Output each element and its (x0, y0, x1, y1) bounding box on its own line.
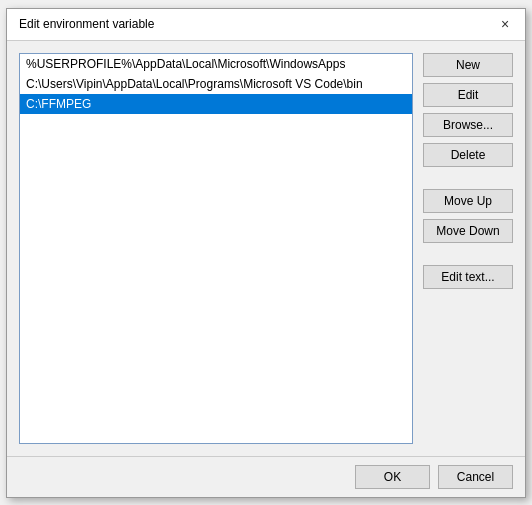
spacer1 (423, 173, 513, 183)
ok-button[interactable]: OK (355, 465, 430, 489)
env-var-list[interactable]: %USERPROFILE%\AppData\Local\Microsoft\Wi… (19, 53, 413, 444)
dialog-content: %USERPROFILE%\AppData\Local\Microsoft\Wi… (7, 41, 525, 456)
new-button[interactable]: New (423, 53, 513, 77)
dialog-footer: OK Cancel (7, 456, 525, 497)
cancel-button[interactable]: Cancel (438, 465, 513, 489)
list-item[interactable]: %USERPROFILE%\AppData\Local\Microsoft\Wi… (20, 54, 412, 74)
title-bar: Edit environment variable × (7, 9, 525, 41)
move-down-button[interactable]: Move Down (423, 219, 513, 243)
edit-button[interactable]: Edit (423, 83, 513, 107)
action-buttons: New Edit Browse... Delete Move Up Move D… (423, 53, 513, 444)
list-item[interactable]: C:\Users\Vipin\AppData\Local\Programs\Mi… (20, 74, 412, 94)
browse-button[interactable]: Browse... (423, 113, 513, 137)
spacer2 (423, 249, 513, 259)
edit-env-var-dialog: Edit environment variable × %USERPROFILE… (6, 8, 526, 498)
list-item-selected[interactable]: C:\FFMPEG (20, 94, 412, 114)
dialog-title: Edit environment variable (19, 17, 154, 31)
close-button[interactable]: × (497, 16, 513, 32)
delete-button[interactable]: Delete (423, 143, 513, 167)
edit-text-button[interactable]: Edit text... (423, 265, 513, 289)
move-up-button[interactable]: Move Up (423, 189, 513, 213)
